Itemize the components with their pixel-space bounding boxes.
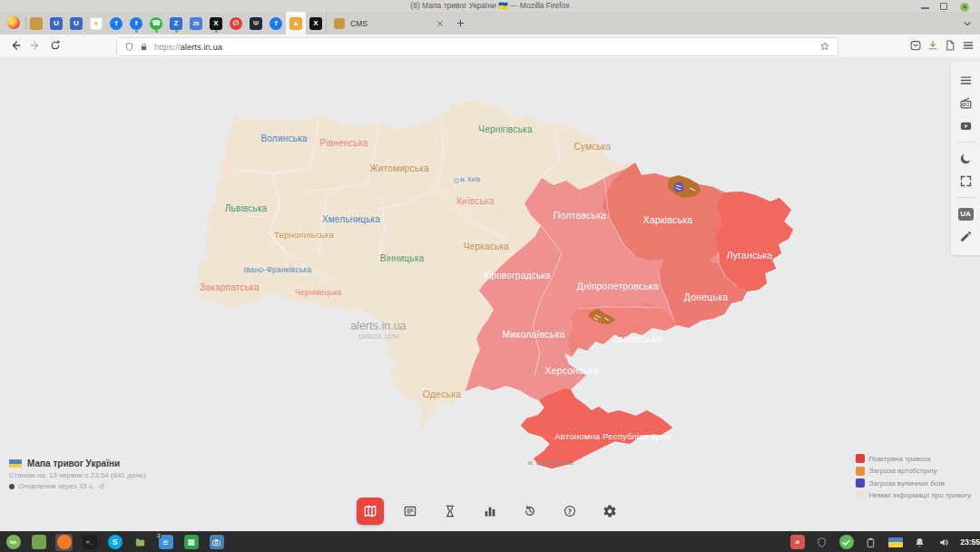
pinned-tab-u2-favicon: U [70,17,83,30]
security-shield[interactable] [813,534,830,551]
pinned-tab-facebook2[interactable]: f [266,12,286,34]
plus-icon [456,18,466,28]
clipboard-manager[interactable] [862,534,879,551]
region-luhanska[interactable] [715,192,793,291]
pinned-tab-z[interactable]: Z [166,12,186,34]
notifications[interactable] [911,534,928,551]
mint-menu-icon: lm [6,535,21,549]
legend-color-swatch [856,478,865,488]
documents[interactable]: ≡2 [157,534,174,551]
radio-button[interactable] [957,95,974,112]
pinned-tab-x1-favicon: X [210,17,222,30]
forward-button[interactable] [29,39,42,52]
tracking-shield-icon[interactable] [124,42,134,52]
skype[interactable]: S [106,534,123,551]
region-crimea[interactable] [521,389,672,468]
terminal[interactable]: >_ [81,534,98,551]
settings-button[interactable] [596,498,623,525]
statistics-button[interactable] [476,498,504,525]
volume[interactable] [936,534,953,551]
refresh-icon[interactable] [98,483,105,490]
taskbar-launchers: lm>_S≡2▦ [5,534,225,551]
pinned-tab-facebook2-favicon: f [270,17,282,30]
unread-dot [215,30,218,33]
pinned-tab-x2[interactable]: X [306,12,326,34]
fullscreen-button[interactable] [957,173,974,190]
close-tab-icon[interactable] [436,19,445,28]
alerts-list-button[interactable] [397,498,424,525]
https-lock-icon[interactable] [139,42,149,52]
spreadsheet[interactable]: ▦ [182,534,200,551]
pinned-tab-lock[interactable] [26,12,46,34]
legend-color-swatch [856,454,865,463]
minimize-button[interactable] [921,3,929,9]
list-all-tabs-button[interactable] [962,12,973,34]
pinned-tab-u2[interactable]: U [66,12,86,34]
chevron-down-icon [962,18,973,29]
firefox-task[interactable] [55,534,73,551]
tab-bar: UU●ff☎Z25X∅Ψf▲X CMS [0,12,980,34]
pinned-tab-trident[interactable]: Ψ [246,12,266,34]
reload-button[interactable] [49,39,62,52]
pinned-tab-alerts[interactable]: ▲ [286,12,306,34]
extensions-icon[interactable] [944,39,956,52]
legend-item: Загроза артобстрілу [856,467,971,476]
timer-button[interactable] [436,498,464,525]
info-panel: Мапа тривог України Станом на: 13 червня… [9,458,146,490]
update-manager[interactable] [838,534,855,551]
maximize-button[interactable] [940,3,947,10]
bookmark-star-icon[interactable] [819,41,830,52]
pinned-tab-facebook1[interactable]: f [106,12,126,34]
history-button[interactable] [516,498,544,525]
map-view-button[interactable] [357,498,384,525]
alert-legend: Повітряна тривогаЗагроза артобстрілуЗагр… [856,454,971,503]
url-bar[interactable]: https://alerts.in.ua [116,37,838,56]
mint-menu[interactable]: lm [5,534,22,551]
pinned-tab-messenger[interactable]: f [126,12,146,34]
pinned-tabs-strip: UU●ff☎Z25X∅Ψf▲X [26,12,326,34]
pinned-tab-x1[interactable]: X [206,12,226,34]
watermark-timestamp: 13/06/24, 23:54 [350,333,406,340]
video-button[interactable] [957,118,974,134]
pinned-tab-25h[interactable]: 25 [186,12,206,34]
ukraine-flag-icon [888,537,903,547]
badge-count: 2 [156,533,162,539]
help-button[interactable] [556,498,583,525]
ukraine-flag-icon [9,459,22,468]
hamburger-menu-icon[interactable] [962,39,975,52]
street-fights-zone[interactable] [674,182,684,192]
pinned-tab-sun[interactable]: ● [86,12,106,34]
pinned-tab-u1[interactable]: U [46,12,66,34]
pinned-tab-blocked[interactable]: ∅ [226,12,246,34]
url-text[interactable]: https://alerts.in.ua [154,42,819,52]
pocket-icon[interactable] [909,39,922,52]
url-scheme: https:// [154,42,181,52]
close-button[interactable]: × [960,3,969,12]
map-region-label: Сумська [574,142,612,152]
panel-divider [956,142,975,143]
region-zaporizka[interactable] [568,303,677,357]
new-tab-button[interactable] [450,12,470,34]
tab-cms[interactable]: CMS [326,12,450,34]
screenshot-tool[interactable] [208,534,225,551]
flag-ua[interactable] [887,534,904,551]
downloads-icon[interactable] [926,39,939,52]
volume-icon [938,537,950,548]
pinned-tab-whatsapp[interactable]: ☎ [146,12,166,34]
watermark-title: alerts.in.ua [350,320,406,332]
bell-icon [914,537,926,548]
dark-mode-button[interactable] [957,151,974,167]
map-area: ВолинськаРівненськаЧернігівськаСумськаЖи… [0,57,980,531]
language-button[interactable]: UA [957,206,974,222]
sync-app[interactable]: » [789,534,806,551]
file-manager[interactable] [132,534,149,551]
menu-button[interactable] [957,73,974,89]
show-desktop[interactable] [30,534,47,551]
map-region-label: Запорізька [612,333,662,344]
feedback-button[interactable] [957,229,974,245]
back-button[interactable] [9,39,22,52]
url-host: alerts.in.ua [181,42,222,52]
kyiv-city-marker[interactable] [455,179,459,183]
pinned-tab-x2-favicon: X [309,17,322,30]
check-icon [841,537,851,547]
